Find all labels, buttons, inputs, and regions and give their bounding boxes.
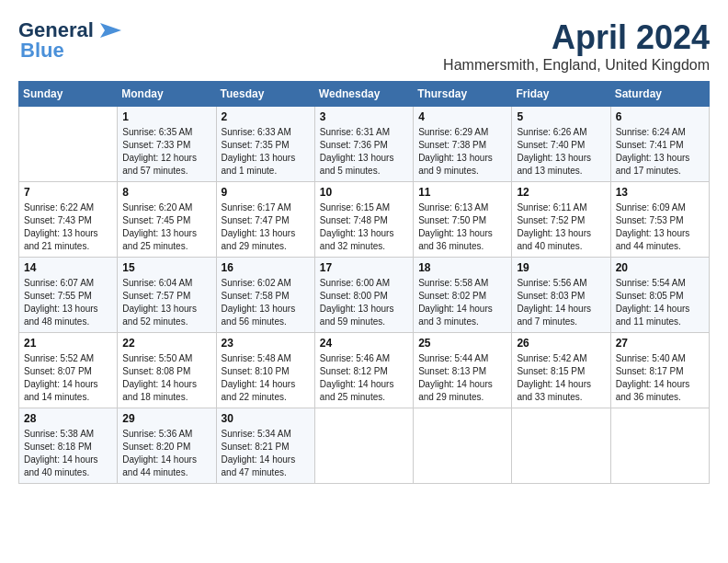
calendar-cell: 3Sunrise: 6:31 AM Sunset: 7:36 PM Daylig… — [314, 107, 413, 182]
day-info: Sunrise: 6:26 AM Sunset: 7:40 PM Dayligh… — [517, 126, 605, 178]
calendar-cell: 30Sunrise: 5:34 AM Sunset: 8:21 PM Dayli… — [216, 408, 314, 484]
day-number: 22 — [122, 337, 210, 350]
calendar-cell: 20Sunrise: 5:54 AM Sunset: 8:05 PM Dayli… — [610, 258, 709, 333]
day-info: Sunrise: 5:42 AM Sunset: 8:15 PM Dayligh… — [517, 352, 605, 404]
header-tuesday: Tuesday — [216, 82, 314, 107]
day-number: 29 — [122, 412, 210, 425]
day-info: Sunrise: 6:33 AM Sunset: 7:35 PM Dayligh… — [222, 126, 310, 178]
calendar-cell: 19Sunrise: 5:56 AM Sunset: 8:03 PM Dayli… — [512, 258, 610, 333]
day-info: Sunrise: 5:46 AM Sunset: 8:12 PM Dayligh… — [320, 352, 408, 404]
calendar-cell: 22Sunrise: 5:50 AM Sunset: 8:08 PM Dayli… — [118, 333, 216, 408]
calendar-cell: 12Sunrise: 6:11 AM Sunset: 7:52 PM Dayli… — [512, 182, 610, 258]
calendar-cell: 27Sunrise: 5:40 AM Sunset: 8:17 PM Dayli… — [610, 333, 709, 408]
calendar-cell — [19, 107, 118, 182]
header-friday: Friday — [512, 82, 610, 107]
day-number: 25 — [418, 337, 506, 350]
calendar-cell: 2Sunrise: 6:33 AM Sunset: 7:35 PM Daylig… — [216, 107, 314, 182]
day-number: 21 — [24, 337, 112, 350]
page-header: General Blue April 2024 Hammersmith, Eng… — [18, 18, 710, 74]
calendar-cell — [512, 408, 610, 484]
calendar-cell: 6Sunrise: 6:24 AM Sunset: 7:41 PM Daylig… — [610, 107, 709, 182]
calendar-cell: 23Sunrise: 5:48 AM Sunset: 8:10 PM Dayli… — [216, 333, 314, 408]
day-number: 13 — [616, 186, 704, 199]
day-number: 26 — [517, 337, 605, 350]
calendar-cell: 18Sunrise: 5:58 AM Sunset: 8:02 PM Dayli… — [414, 258, 512, 333]
day-info: Sunrise: 6:20 AM Sunset: 7:45 PM Dayligh… — [122, 201, 210, 253]
svg-marker-0 — [100, 23, 121, 38]
day-number: 16 — [222, 261, 310, 274]
calendar-cell — [610, 408, 709, 484]
logo: General Blue — [18, 18, 123, 63]
day-info: Sunrise: 6:22 AM Sunset: 7:43 PM Dayligh… — [24, 201, 112, 253]
location-subtitle: Hammersmith, England, United Kingdom — [443, 57, 710, 74]
day-number: 8 — [122, 186, 210, 199]
calendar-table: SundayMondayTuesdayWednesdayThursdayFrid… — [18, 81, 710, 484]
day-info: Sunrise: 5:34 AM Sunset: 8:21 PM Dayligh… — [222, 428, 310, 479]
day-number: 28 — [24, 412, 112, 425]
day-info: Sunrise: 5:38 AM Sunset: 8:18 PM Dayligh… — [24, 428, 112, 479]
calendar-cell: 16Sunrise: 6:02 AM Sunset: 7:58 PM Dayli… — [216, 258, 314, 333]
header-saturday: Saturday — [610, 82, 709, 107]
calendar-cell: 8Sunrise: 6:20 AM Sunset: 7:45 PM Daylig… — [118, 182, 216, 258]
day-info: Sunrise: 5:48 AM Sunset: 8:10 PM Dayligh… — [222, 352, 310, 404]
day-info: Sunrise: 6:17 AM Sunset: 7:47 PM Dayligh… — [222, 201, 310, 253]
day-number: 5 — [517, 110, 605, 123]
calendar-cell: 4Sunrise: 6:29 AM Sunset: 7:38 PM Daylig… — [414, 107, 512, 182]
day-number: 1 — [122, 110, 210, 123]
calendar-week-row: 14Sunrise: 6:07 AM Sunset: 7:55 PM Dayli… — [19, 258, 710, 333]
calendar-cell: 25Sunrise: 5:44 AM Sunset: 8:13 PM Dayli… — [414, 333, 512, 408]
header-sunday: Sunday — [19, 82, 118, 107]
calendar-cell — [414, 408, 512, 484]
day-info: Sunrise: 5:50 AM Sunset: 8:08 PM Dayligh… — [122, 352, 210, 404]
day-info: Sunrise: 6:09 AM Sunset: 7:53 PM Dayligh… — [616, 201, 704, 253]
day-info: Sunrise: 6:13 AM Sunset: 7:50 PM Dayligh… — [418, 201, 506, 253]
day-number: 17 — [320, 261, 408, 274]
calendar-cell: 7Sunrise: 6:22 AM Sunset: 7:43 PM Daylig… — [19, 182, 118, 258]
day-number: 27 — [616, 337, 704, 350]
day-number: 18 — [418, 261, 506, 274]
day-number: 10 — [320, 186, 408, 199]
day-info: Sunrise: 5:56 AM Sunset: 8:03 PM Dayligh… — [517, 277, 605, 328]
day-info: Sunrise: 5:52 AM Sunset: 8:07 PM Dayligh… — [24, 352, 112, 404]
calendar-cell: 28Sunrise: 5:38 AM Sunset: 8:18 PM Dayli… — [19, 408, 118, 484]
calendar-cell: 14Sunrise: 6:07 AM Sunset: 7:55 PM Dayli… — [19, 258, 118, 333]
day-info: Sunrise: 6:15 AM Sunset: 7:48 PM Dayligh… — [320, 201, 408, 253]
header-thursday: Thursday — [414, 82, 512, 107]
day-info: Sunrise: 6:00 AM Sunset: 8:00 PM Dayligh… — [320, 277, 408, 328]
logo-arrow-icon — [96, 21, 123, 40]
logo-blue: Blue — [20, 39, 64, 63]
calendar-cell: 15Sunrise: 6:04 AM Sunset: 7:57 PM Dayli… — [118, 258, 216, 333]
calendar-cell: 5Sunrise: 6:26 AM Sunset: 7:40 PM Daylig… — [512, 107, 610, 182]
day-number: 20 — [616, 261, 704, 274]
day-number: 7 — [24, 186, 112, 199]
calendar-cell: 11Sunrise: 6:13 AM Sunset: 7:50 PM Dayli… — [414, 182, 512, 258]
day-number: 3 — [320, 110, 408, 123]
day-info: Sunrise: 5:44 AM Sunset: 8:13 PM Dayligh… — [418, 352, 506, 404]
day-info: Sunrise: 6:31 AM Sunset: 7:36 PM Dayligh… — [320, 126, 408, 178]
calendar-cell: 17Sunrise: 6:00 AM Sunset: 8:00 PM Dayli… — [314, 258, 413, 333]
calendar-cell: 1Sunrise: 6:35 AM Sunset: 7:33 PM Daylig… — [118, 107, 216, 182]
calendar-header-row: SundayMondayTuesdayWednesdayThursdayFrid… — [19, 82, 710, 107]
day-info: Sunrise: 6:29 AM Sunset: 7:38 PM Dayligh… — [418, 126, 506, 178]
day-info: Sunrise: 6:11 AM Sunset: 7:52 PM Dayligh… — [517, 201, 605, 253]
day-number: 11 — [418, 186, 506, 199]
day-number: 6 — [616, 110, 704, 123]
header-monday: Monday — [118, 82, 216, 107]
day-info: Sunrise: 5:54 AM Sunset: 8:05 PM Dayligh… — [616, 277, 704, 328]
calendar-week-row: 21Sunrise: 5:52 AM Sunset: 8:07 PM Dayli… — [19, 333, 710, 408]
day-info: Sunrise: 6:24 AM Sunset: 7:41 PM Dayligh… — [616, 126, 704, 178]
day-info: Sunrise: 6:04 AM Sunset: 7:57 PM Dayligh… — [122, 277, 210, 328]
day-number: 19 — [517, 261, 605, 274]
day-number: 14 — [24, 261, 112, 274]
calendar-week-row: 1Sunrise: 6:35 AM Sunset: 7:33 PM Daylig… — [19, 107, 710, 182]
day-number: 2 — [222, 110, 310, 123]
calendar-cell — [314, 408, 413, 484]
calendar-cell: 9Sunrise: 6:17 AM Sunset: 7:47 PM Daylig… — [216, 182, 314, 258]
day-number: 23 — [222, 337, 310, 350]
calendar-cell: 24Sunrise: 5:46 AM Sunset: 8:12 PM Dayli… — [314, 333, 413, 408]
day-number: 9 — [222, 186, 310, 199]
day-info: Sunrise: 6:02 AM Sunset: 7:58 PM Dayligh… — [222, 277, 310, 328]
calendar-cell: 13Sunrise: 6:09 AM Sunset: 7:53 PM Dayli… — [610, 182, 709, 258]
calendar-cell: 10Sunrise: 6:15 AM Sunset: 7:48 PM Dayli… — [314, 182, 413, 258]
calendar-cell: 29Sunrise: 5:36 AM Sunset: 8:20 PM Dayli… — [118, 408, 216, 484]
